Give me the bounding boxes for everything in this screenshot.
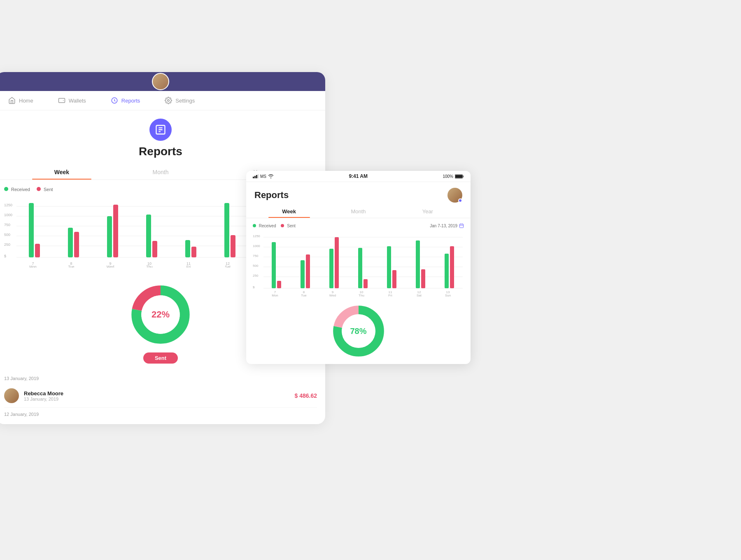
phone-donut-percentage: 78% (350, 327, 366, 336)
phone-tab-month[interactable]: Month (324, 205, 393, 218)
transaction-info: Rebecca Moore 13 January, 2019 (24, 390, 295, 401)
status-time: 9:41 AM (349, 173, 368, 179)
svg-rect-56 (455, 175, 462, 178)
svg-rect-73 (272, 242, 276, 288)
navigation: Home Wallets Reports Settings (0, 91, 325, 110)
received-dot (4, 187, 8, 191)
right-card-phone: MS 9:41 AM 100% Reports Week Month Year (246, 171, 471, 364)
phone-received-dot (253, 224, 256, 227)
phone-tab-week[interactable]: Week (254, 205, 324, 218)
phone-chart-legend: Received Sent Jan 7-13, 2019 (253, 223, 464, 228)
donut-percentage: 22% (151, 309, 170, 320)
phone-calendar-icon (459, 223, 464, 228)
transaction-date-2: 12 January, 2019 (4, 412, 317, 417)
nav-settings-label: Settings (175, 98, 195, 104)
svg-text:Wed: Wed (107, 265, 114, 268)
svg-rect-32 (146, 215, 151, 257)
svg-rect-24 (68, 228, 73, 257)
nav-settings[interactable]: Settings (165, 97, 195, 104)
tab-week[interactable]: Week (12, 165, 111, 180)
phone-tabs: Week Month Year (246, 205, 471, 218)
svg-rect-85 (358, 248, 362, 288)
svg-text:750: 750 (253, 254, 259, 258)
phone-avatar (447, 188, 462, 203)
svg-text:Thu: Thu (146, 265, 153, 268)
home-icon (8, 97, 16, 104)
page-title: Reports (0, 145, 325, 158)
phone-received-legend: Received (253, 224, 276, 228)
transaction-amount: $ 486.62 (295, 392, 317, 399)
svg-rect-33 (152, 241, 157, 257)
avatar-dot (458, 198, 462, 203)
svg-text:$: $ (253, 285, 255, 289)
nav-home-label: Home (19, 98, 33, 104)
svg-text:750: 750 (4, 223, 10, 227)
phone-tab-year[interactable]: Year (393, 205, 462, 218)
svg-rect-28 (107, 216, 112, 257)
svg-text:$: $ (4, 254, 6, 258)
svg-rect-25 (74, 232, 79, 257)
transaction-section: 13 January, 2019 Rebecca Moore 13 Januar… (0, 372, 325, 424)
svg-rect-54 (258, 174, 259, 178)
avatar (152, 73, 169, 90)
svg-text:Fri: Fri (388, 294, 392, 296)
transaction-subdate: 13 January, 2019 (24, 397, 295, 401)
phone-date-range: Jan 7-13, 2019 (430, 223, 464, 228)
svg-text:1000: 1000 (4, 213, 12, 217)
battery-icon (455, 174, 464, 179)
phone-donut-chart: 78% (330, 302, 387, 360)
status-left: MS (253, 174, 274, 179)
donut-chart: 22% (128, 282, 193, 348)
svg-rect-98 (450, 246, 454, 288)
nav-home[interactable]: Home (8, 97, 33, 104)
svg-text:Sun: Sun (445, 294, 451, 296)
svg-rect-0 (58, 98, 65, 103)
phone-chart-area: Received Sent Jan 7-13, 2019 $ 250 500 (246, 218, 471, 298)
phone-title: Reports (254, 190, 289, 201)
nav-wallets[interactable]: Wallets (58, 97, 86, 104)
svg-rect-36 (185, 240, 190, 257)
svg-rect-51 (253, 177, 254, 178)
sent-legend: Sent (37, 187, 53, 192)
svg-rect-94 (421, 269, 425, 288)
svg-rect-93 (416, 240, 420, 288)
svg-text:Sat: Sat (417, 294, 422, 296)
svg-rect-57 (460, 224, 464, 228)
svg-rect-74 (277, 281, 281, 288)
svg-rect-78 (306, 254, 310, 288)
svg-rect-77 (301, 260, 305, 288)
svg-rect-52 (254, 176, 256, 178)
svg-text:1000: 1000 (253, 244, 260, 248)
phone-sent-dot (281, 224, 284, 227)
phone-bar-chart-svg: $ 250 500 750 1000 1250 7 Mon 8 Tue (253, 231, 463, 296)
transaction-date-1: 13 January, 2019 (4, 376, 317, 381)
transaction-name: Rebecca Moore (24, 390, 295, 397)
received-legend: Received (4, 187, 30, 192)
table-row: Rebecca Moore 13 January, 2019 $ 486.62 (4, 384, 317, 408)
svg-rect-40 (224, 203, 229, 257)
nav-reports-label: Reports (121, 98, 140, 104)
nav-reports[interactable]: Reports (111, 97, 140, 104)
wallet-icon (58, 97, 65, 104)
sent-dot (37, 187, 41, 191)
svg-text:Sat: Sat (225, 265, 231, 268)
svg-text:250: 250 (4, 243, 10, 247)
svg-rect-20 (29, 203, 34, 257)
svg-rect-53 (256, 175, 257, 178)
svg-rect-89 (387, 246, 391, 288)
reports-center-icon (155, 124, 166, 135)
svg-rect-21 (35, 244, 40, 257)
svg-text:Wed: Wed (329, 294, 336, 296)
signal-icon (253, 174, 259, 178)
nav-wallets-label: Wallets (69, 98, 86, 104)
svg-text:1250: 1250 (4, 203, 12, 207)
svg-text:Thu: Thu (359, 294, 364, 296)
phone-header: Reports (246, 182, 471, 205)
svg-rect-82 (335, 237, 339, 288)
svg-text:Tue: Tue (301, 294, 307, 296)
svg-text:Mon: Mon (272, 294, 278, 296)
svg-rect-86 (364, 279, 368, 288)
sent-badge: Sent (143, 352, 178, 364)
svg-text:Mon: Mon (29, 265, 37, 268)
tab-month[interactable]: Month (111, 165, 210, 180)
